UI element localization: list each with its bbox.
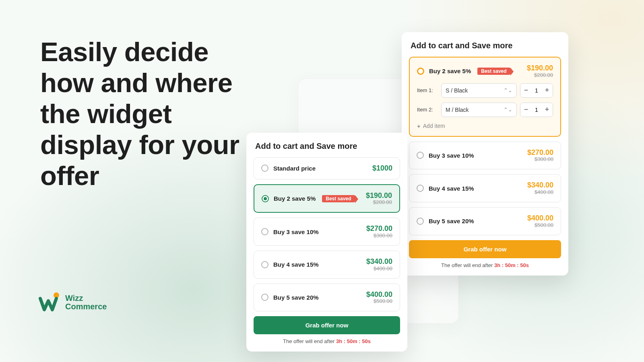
brand-name-line1: Wizz — [65, 294, 107, 302]
quantity-stepper: − 1 + — [520, 103, 553, 117]
qty-value: 1 — [532, 87, 541, 94]
panel-title: Add to cart and Save more — [254, 142, 400, 151]
tier-price: $400.00 — [366, 290, 392, 299]
radio-icon — [261, 294, 268, 301]
tier-label: Buy 5 save 20% — [273, 294, 319, 301]
radio-icon — [417, 152, 424, 159]
tier-option[interactable]: Buy 4 save 15% $340.00 $400.00 — [254, 251, 400, 279]
tier-old-price: $300.00 — [366, 233, 392, 239]
tier-label: Buy 3 save 10% — [429, 152, 474, 159]
tier-price: $270.00 — [366, 224, 392, 233]
variant-select[interactable]: S / Black ⌃⌄ — [441, 83, 517, 98]
countdown-prefix: The offer will end after — [441, 262, 494, 268]
tier-label: Buy 2 save 5% — [274, 195, 316, 202]
line-item-row: Item 2: M / Black ⌃⌄ − 1 + — [417, 103, 553, 117]
brand-logo: Wizz Commerce — [39, 291, 107, 314]
panel-title: Add to cart and Save more — [409, 41, 561, 50]
tier-price: $340.00 — [366, 257, 392, 266]
variant-select[interactable]: M / Black ⌃⌄ — [441, 103, 517, 117]
tier-option[interactable]: Buy 4 save 15% $340.00 $400.00 — [409, 174, 561, 202]
line-item-row: Item 1: S / Black ⌃⌄ − 1 + — [417, 83, 553, 98]
tier-old-price: $500.00 — [527, 222, 553, 228]
radio-icon — [417, 218, 424, 225]
tier-price: $270.00 — [527, 148, 553, 157]
grab-offer-button[interactable]: Grab offer now — [409, 240, 561, 258]
offer-widget-green: Add to cart and Save more Standard price… — [246, 133, 407, 352]
grab-offer-button[interactable]: Grab offer now — [254, 316, 400, 334]
line-item-label: Item 2: — [417, 107, 438, 113]
tier-label: Buy 4 save 15% — [429, 185, 474, 192]
radio-icon — [417, 185, 424, 192]
page-headline: Easily decide how and where the widget d… — [40, 36, 266, 191]
offer-widget-orange: Add to cart and Save more Buy 2 save 5% … — [402, 32, 568, 276]
brand-name-line2: Commerce — [65, 302, 107, 311]
quantity-stepper: − 1 + — [520, 83, 553, 98]
radio-icon — [261, 165, 268, 172]
tier-option[interactable]: Standard price $1000 — [254, 157, 400, 179]
tier-option[interactable]: Buy 5 save 20% $400.00 $500.00 — [254, 284, 400, 312]
tier-old-price: $200.00 — [527, 72, 553, 78]
variant-value: S / Black — [446, 87, 468, 94]
variant-value: M / Black — [446, 107, 469, 113]
best-saved-badge: Best saved — [477, 68, 510, 75]
tier-label: Buy 5 save 20% — [429, 218, 474, 224]
tier-label: Buy 2 save 5% — [429, 68, 471, 74]
best-saved-badge: Best saved — [322, 195, 355, 202]
radio-icon — [261, 228, 268, 235]
tier-label: Buy 4 save 15% — [273, 261, 319, 268]
radio-icon — [262, 195, 269, 202]
add-item-label: Add item — [423, 123, 445, 129]
chevron-updown-icon: ⌃⌄ — [504, 87, 512, 93]
qty-plus-button[interactable]: + — [541, 84, 553, 97]
chevron-updown-icon: ⌃⌄ — [504, 107, 512, 113]
brand-logo-mark — [39, 291, 61, 314]
qty-minus-button[interactable]: − — [520, 84, 532, 97]
tier-price: $1000 — [372, 164, 392, 173]
qty-value: 1 — [532, 107, 541, 113]
radio-icon — [417, 68, 424, 75]
qty-plus-button[interactable]: + — [541, 103, 553, 117]
add-item-button[interactable]: + Add item — [417, 123, 553, 130]
countdown-value: 3h : 50m : 50s — [494, 262, 529, 268]
tier-option-selected[interactable]: Buy 2 save 5% Best saved $190.00 $200.00 — [254, 184, 400, 213]
tier-old-price: $300.00 — [527, 156, 553, 162]
tier-old-price: $500.00 — [366, 298, 392, 304]
tier-option[interactable]: Buy 3 save 10% $270.00 $300.00 — [409, 142, 561, 170]
countdown-text: The offer will end after 3h : 50m : 50s — [254, 338, 400, 344]
qty-minus-button[interactable]: − — [520, 103, 532, 117]
countdown-prefix: The offer will end after — [283, 338, 336, 344]
tier-option[interactable]: Buy 5 save 20% $400.00 $500.00 — [409, 207, 561, 235]
radio-icon — [261, 261, 268, 268]
tier-old-price: $400.00 — [527, 189, 553, 195]
countdown-value: 3h : 50m : 50s — [336, 338, 371, 344]
tier-option[interactable]: Buy 3 save 10% $270.00 $300.00 — [254, 218, 400, 246]
plus-icon: + — [417, 123, 421, 130]
tier-price: $340.00 — [527, 181, 553, 189]
tier-price: $190.00 — [527, 64, 553, 72]
line-item-label: Item 1: — [417, 87, 438, 93]
tier-old-price: $200.00 — [366, 200, 392, 206]
tier-label: Standard price — [273, 165, 316, 172]
tier-option-selected[interactable]: Buy 2 save 5% Best saved $190.00 $200.00… — [409, 57, 561, 137]
tier-price: $400.00 — [527, 214, 553, 222]
tier-old-price: $400.00 — [366, 266, 392, 272]
tier-label: Buy 3 save 10% — [273, 228, 319, 235]
countdown-text: The offer will end after 3h : 50m : 50s — [409, 262, 561, 268]
tier-price: $190.00 — [366, 191, 392, 200]
